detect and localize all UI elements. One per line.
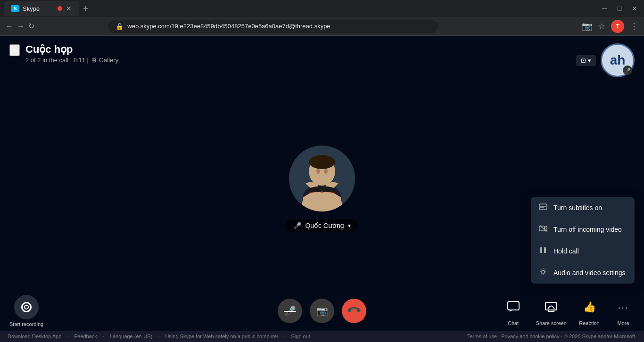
reload-button[interactable]: ↻ (28, 22, 34, 31)
more-dots-icon: ··· (612, 296, 635, 318)
start-recording-button[interactable] (14, 295, 39, 319)
video-toggle-button[interactable]: 📷 (310, 299, 334, 323)
svg-rect-9 (548, 310, 554, 311)
share-screen-label: Share screen (536, 320, 567, 326)
camera-icon[interactable]: 📷 (582, 21, 592, 32)
subtitles-icon (538, 203, 548, 213)
chat-icon (502, 296, 525, 318)
more-button[interactable]: ··· More (612, 296, 635, 326)
chevron-down-icon: ▾ (348, 222, 351, 229)
share-screen-icon (540, 296, 562, 318)
left-controls: Start recording (9, 295, 43, 327)
end-call-button[interactable]: 📞 (342, 299, 366, 323)
record-icon (21, 302, 32, 312)
tab-title: Skype (23, 5, 54, 12)
audio-video-settings-label: Audio and video settings (553, 269, 626, 277)
center-controls: 🎤 📷 📞 (278, 299, 366, 323)
menu-item-hold[interactable]: Hold call (531, 240, 635, 262)
video-off-icon (538, 224, 548, 235)
call-title: Cuộc họp (25, 43, 118, 56)
right-controls: Chat Share screen 👍 Reaction ··· More (502, 296, 635, 326)
participant-avatar (289, 146, 355, 212)
camera-off-icon: 📷 (316, 305, 328, 317)
svg-rect-10 (539, 204, 547, 210)
browser-chrome: S Skype ✕ + ─ □ ✕ ← → ↻ 🔒 web.skype.com/… (0, 0, 644, 36)
svg-point-17 (542, 270, 545, 273)
browser-toolbar-right: 📷 ☆ T ⋮ (582, 20, 638, 33)
maximize-button[interactable]: □ (614, 3, 625, 14)
call-info: Cuộc họp 2 of 2 in the call | 8:11 | ⊞ G… (25, 43, 118, 64)
url-text: web.skype.com/19:e223ee8459db45048257e0e… (127, 23, 430, 30)
reaction-label: Reaction (579, 320, 599, 326)
header-right: ⊡ ▾ ah 🎤 (576, 43, 635, 77)
audio-video-settings-icon (538, 268, 548, 278)
tab-bar: S Skype ✕ + (4, 1, 595, 16)
gallery-icon: ⊞ (91, 57, 96, 64)
new-tab-button[interactable]: + (83, 3, 89, 14)
more-dropdown-menu: Turn subtitles on Turn off incoming vide… (531, 197, 635, 284)
tab-close-button[interactable]: ✕ (66, 5, 72, 12)
tab-favicon: S (11, 5, 19, 12)
back-button[interactable]: ← (9, 44, 20, 56)
active-tab[interactable]: S Skype ✕ (4, 1, 79, 16)
more-label: More (617, 320, 629, 326)
video-off-label: Turn off incoming video (553, 226, 622, 233)
svg-rect-7 (508, 301, 519, 310)
reaction-icon: 👍 (578, 296, 601, 318)
microphone-off-icon: 🎤 (284, 305, 296, 317)
hold-call-label: Hold call (553, 247, 579, 255)
bottom-controls: Start recording 🎤 📷 📞 Chat (0, 293, 644, 331)
footer-links: Download Desktop App · Feedback · Langua… (8, 334, 310, 339)
svg-point-6 (324, 169, 328, 174)
footer-copyright: Terms of use · Privacy and cookie policy… (467, 334, 636, 339)
footer-feedback-link[interactable]: Feedback (74, 334, 97, 339)
muted-badge: 🎤 (623, 65, 632, 75)
mute-button[interactable]: 🎤 (278, 299, 302, 323)
call-header: ← Cuộc họp 2 of 2 in the call | 8:11 | ⊞… (0, 36, 644, 85)
start-recording-label: Start recording (9, 321, 43, 327)
footer-language-link[interactable]: Language (en-US) (110, 334, 153, 339)
user-profile-avatar[interactable]: T (611, 20, 624, 33)
remote-participant-avatar-container: ah 🎤 (601, 43, 635, 77)
mute-icon-small: 🎤 (293, 222, 301, 229)
hold-call-icon (538, 246, 548, 256)
window-controls: ─ □ ✕ (599, 3, 640, 14)
footer-signout-link[interactable]: Sign out (291, 334, 310, 339)
close-window-button[interactable]: ✕ (629, 3, 640, 14)
subtitles-label: Turn subtitles on (553, 204, 602, 212)
svg-point-4 (309, 155, 335, 169)
remote-participant-avatar: ah 🎤 (601, 43, 635, 77)
reaction-button[interactable]: 👍 Reaction (578, 296, 601, 326)
footer-safe-link[interactable]: Using Skype for Web safely on a public c… (165, 334, 278, 339)
back-nav-button[interactable]: ← (6, 22, 13, 31)
forward-nav-button[interactable]: → (17, 22, 25, 31)
footer: Download Desktop App · Feedback · Langua… (0, 331, 644, 342)
footer-download-link[interactable]: Download Desktop App (8, 334, 61, 339)
chat-label: Chat (508, 320, 519, 326)
recording-indicator (58, 6, 62, 11)
view-toggle-button[interactable]: ⊡ ▾ (576, 55, 596, 66)
end-call-icon: 📞 (346, 303, 363, 319)
participant-name: Quốc Cường (305, 222, 344, 229)
minimize-button[interactable]: ─ (599, 3, 610, 14)
security-icon: 🔒 (116, 23, 124, 30)
svg-rect-16 (544, 247, 546, 253)
participant-video: 🎤 Quốc Cường ▾ (286, 146, 358, 232)
menu-dots-icon[interactable]: ⋮ (630, 21, 638, 32)
address-bar[interactable]: 🔒 web.skype.com/19:e223ee8459db45048257e… (108, 20, 438, 33)
chat-button[interactable]: Chat (502, 296, 525, 326)
participant-avatar-svg (289, 146, 355, 212)
bookmark-star-icon[interactable]: ☆ (598, 21, 605, 32)
menu-item-settings[interactable]: Audio and video settings (531, 262, 635, 284)
svg-point-5 (316, 169, 320, 174)
svg-rect-15 (540, 247, 542, 253)
address-bar-row: ← → ↻ 🔒 web.skype.com/19:e223ee8459db450… (0, 17, 644, 36)
call-meta: 2 of 2 in the call | 8:11 | ⊞ Gallery (25, 57, 118, 64)
menu-item-subtitles[interactable]: Turn subtitles on (531, 197, 635, 219)
participant-name-tag: 🎤 Quốc Cường ▾ (286, 219, 358, 232)
skype-app: ← Cuộc họp 2 of 2 in the call | 8:11 | ⊞… (0, 36, 644, 331)
menu-item-video-off[interactable]: Turn off incoming video (531, 219, 635, 240)
share-screen-button[interactable]: Share screen (536, 296, 567, 326)
